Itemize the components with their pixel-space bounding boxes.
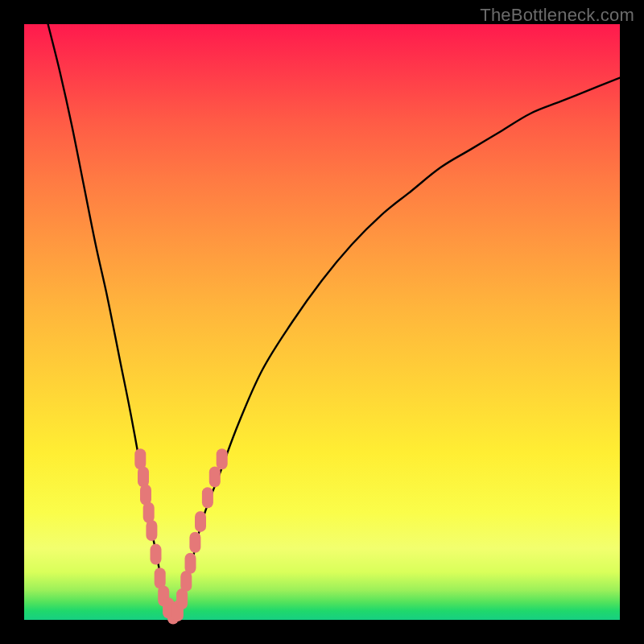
chart-frame: TheBottleneck.com bbox=[0, 0, 644, 644]
data-marker bbox=[140, 485, 151, 506]
marker-group bbox=[134, 448, 227, 624]
data-marker bbox=[185, 553, 196, 574]
data-marker bbox=[217, 448, 228, 469]
data-marker bbox=[189, 532, 200, 553]
data-marker bbox=[155, 568, 166, 588]
data-marker bbox=[202, 487, 213, 508]
data-marker bbox=[138, 466, 149, 487]
data-marker bbox=[195, 511, 206, 532]
bottleneck-curve bbox=[48, 24, 620, 614]
data-marker bbox=[134, 448, 146, 469]
data-marker bbox=[209, 466, 221, 487]
data-marker bbox=[180, 571, 192, 592]
watermark-text: TheBottleneck.com bbox=[480, 5, 634, 26]
data-marker bbox=[143, 502, 155, 523]
plot-area bbox=[24, 24, 620, 620]
curve-svg bbox=[24, 24, 620, 620]
data-marker bbox=[146, 520, 157, 541]
data-marker bbox=[176, 588, 188, 609]
data-marker bbox=[151, 544, 162, 565]
